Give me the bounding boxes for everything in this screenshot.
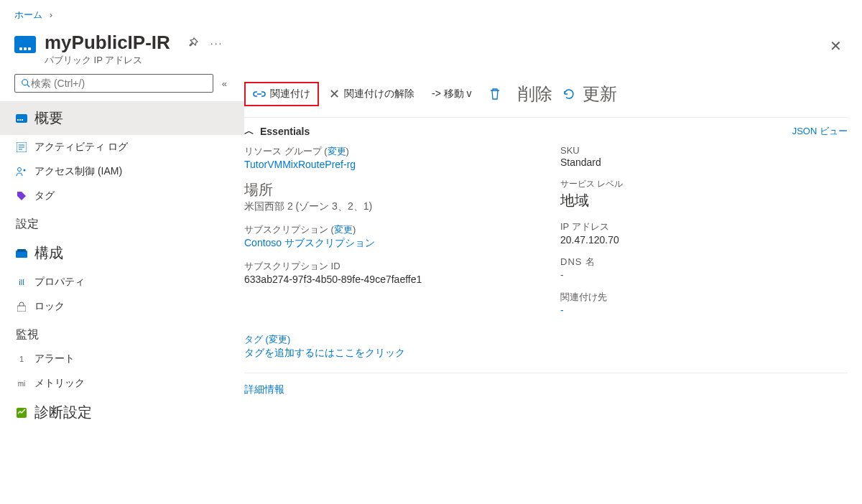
svg-rect-13: [17, 249, 26, 252]
properties-icon: ill: [16, 276, 27, 288]
sidebar: « 概要 アクティビティ ログ アクセス制御 (IAM) タグ 設: [0, 74, 244, 429]
essentials-toggle[interactable]: ︿ Essentials: [244, 125, 310, 138]
svg-rect-5: [22, 119, 23, 121]
svg-point-11: [24, 169, 26, 172]
subid-label: サブスクリプション ID: [244, 260, 532, 273]
more-icon[interactable]: ···: [210, 37, 223, 49]
sidebar-item-label: メトリック: [34, 377, 85, 390]
svg-rect-4: [19, 119, 21, 121]
sidebar-item-label: 構成: [34, 243, 63, 263]
chevron-up-icon: ︿: [244, 125, 254, 138]
sidebar-item-label: アラート: [34, 353, 75, 365]
subid-value: 633ab274-97f3-4b50-89fe-49ce7faeffe1: [244, 274, 532, 285]
diagnostics-icon: [16, 407, 27, 419]
activity-log-icon: [16, 141, 27, 153]
move-button[interactable]: -> 移動 v: [425, 83, 479, 105]
page-title: myPublicIP-IR: [45, 32, 170, 54]
sidebar-item-label: ロック: [34, 300, 65, 313]
location-value: 米国西部 2 (ゾーン 3、2、1): [244, 200, 532, 213]
assoc-value[interactable]: -: [560, 304, 848, 316]
refresh-icon: [562, 88, 575, 101]
close-icon[interactable]: ✕: [824, 32, 848, 60]
sku-value: Standard: [560, 157, 848, 168]
tag-icon: [16, 190, 27, 202]
svg-rect-3: [17, 119, 19, 121]
overview-icon: [16, 113, 27, 124]
ip-label: IP アドレス: [560, 220, 848, 233]
sidebar-item-label: 概要: [34, 108, 63, 128]
sidebar-item-activity-log[interactable]: アクティビティ ログ: [0, 135, 244, 159]
sidebar-item-tags[interactable]: タグ: [0, 184, 244, 208]
rg-value[interactable]: TutorVMMixRoutePref-rg: [244, 159, 532, 170]
sidebar-item-iam[interactable]: アクセス制御 (IAM): [0, 159, 244, 184]
iam-icon: [16, 166, 27, 177]
svg-rect-2: [16, 114, 27, 123]
move-label: -> 移動 v: [432, 88, 472, 101]
sidebar-item-alerts[interactable]: 1 アラート: [0, 347, 244, 371]
dns-label: DNS 名: [560, 256, 848, 269]
tags-change-link[interactable]: 変更: [269, 334, 287, 345]
link-icon: [253, 89, 266, 99]
dissociate-button[interactable]: ✕ 関連付けの解除: [322, 82, 422, 106]
sku-label: SKU: [560, 145, 848, 156]
svg-line-1: [27, 85, 30, 88]
sidebar-header-monitor: 監視: [0, 319, 244, 347]
configuration-icon: [16, 248, 27, 259]
sidebar-item-properties[interactable]: ill プロパティ: [0, 270, 244, 294]
search-box[interactable]: [14, 74, 213, 93]
collapse-sidebar-icon[interactable]: «: [219, 75, 230, 92]
associate-button[interactable]: 関連付け: [244, 82, 319, 106]
rg-change-link[interactable]: 変更: [328, 146, 346, 157]
rg-label: リソース グループ (変更): [244, 145, 532, 158]
pin-icon[interactable]: [187, 37, 199, 49]
sub-value[interactable]: Contoso サブスクリプション: [244, 237, 532, 250]
tier-value: 地域: [560, 191, 848, 210]
assoc-label: 関連付け先: [560, 291, 848, 304]
sidebar-item-label: アクセス制御 (IAM): [34, 165, 122, 178]
sidebar-item-label: タグ: [34, 190, 55, 202]
dns-value: -: [560, 269, 848, 281]
tier-label: サービス レベル: [560, 178, 848, 190]
alert-icon: 1: [16, 353, 27, 365]
sidebar-item-diagnostics[interactable]: 診断設定: [0, 396, 244, 429]
x-icon: ✕: [329, 86, 340, 102]
chevron-right-icon: ›: [50, 9, 52, 20]
sidebar-item-locks[interactable]: ロック: [0, 294, 244, 319]
sidebar-item-metrics[interactable]: mi メトリック: [0, 371, 244, 396]
public-ip-icon: [14, 36, 36, 53]
refresh-text[interactable]: 更新: [575, 78, 624, 110]
json-view-link[interactable]: JSON ビュー: [792, 125, 848, 138]
svg-point-0: [22, 80, 28, 85]
sidebar-item-overview[interactable]: 概要: [0, 101, 244, 135]
trash-icon: [489, 88, 501, 101]
svg-point-10: [18, 168, 22, 172]
svg-rect-14: [17, 306, 26, 312]
sidebar-item-configuration[interactable]: 構成: [0, 236, 244, 270]
dissociate-label: 関連付けの解除: [344, 88, 414, 101]
delete-button[interactable]: [482, 83, 508, 105]
ip-value: 20.47.120.70: [560, 234, 848, 246]
location-label: 場所: [244, 180, 532, 200]
sub-change-link[interactable]: 変更: [334, 224, 353, 235]
delete-text[interactable]: 削除: [511, 78, 560, 110]
sidebar-item-label: プロパティ: [34, 276, 85, 289]
resource-type-label: パブリック IP アドレス: [45, 54, 170, 67]
more-info-link[interactable]: 詳細情報: [244, 383, 284, 395]
search-icon: [21, 78, 31, 88]
search-input[interactable]: [31, 78, 207, 89]
sidebar-item-label: アクティビティ ログ: [34, 141, 128, 154]
tags-add-link[interactable]: タグを追加するにはここをクリック: [244, 347, 848, 360]
breadcrumb: ホーム ›: [0, 0, 862, 24]
tags-label: タグ (変更): [244, 333, 848, 346]
breadcrumb-home[interactable]: ホーム: [14, 9, 42, 20]
essentials-title: Essentials: [260, 126, 310, 137]
lock-icon: [16, 301, 27, 312]
metrics-icon: mi: [16, 378, 27, 389]
associate-label: 関連付け: [270, 88, 310, 101]
sub-label: サブスクリプション (変更): [244, 223, 532, 236]
sidebar-item-label: 診断設定: [34, 403, 92, 422]
toolbar: 関連付け ✕ 関連付けの解除 -> 移動 v 削除 更新: [244, 74, 848, 118]
sidebar-header-settings: 設定: [0, 208, 244, 236]
content-pane: 関連付け ✕ 関連付けの解除 -> 移動 v 削除 更新: [244, 74, 862, 429]
